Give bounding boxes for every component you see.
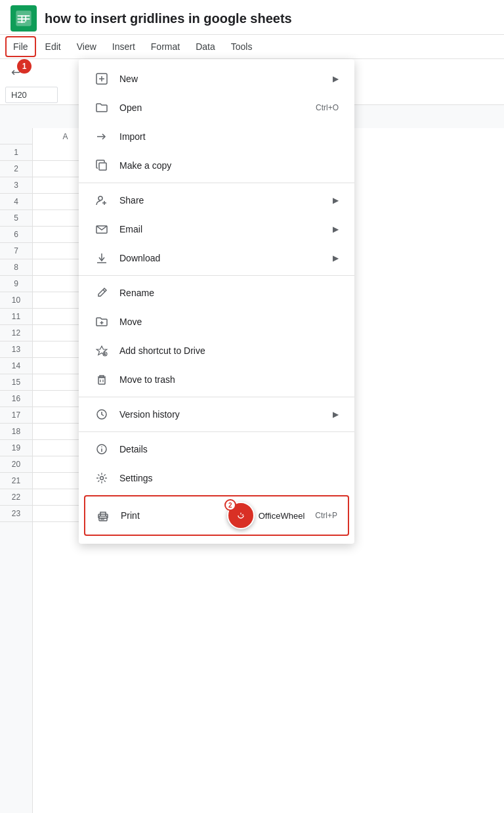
copy-icon	[94, 158, 109, 173]
step-badge-2: 2	[224, 499, 236, 511]
plus-square-icon	[94, 72, 109, 86]
menu-entry-import[interactable]: Import	[79, 122, 354, 151]
svg-rect-23	[98, 378, 105, 384]
row-headers: 1 2 3 4 5 6 7 8 9 10 11 12 13 14 15 16 1…	[0, 128, 33, 813]
version-history-arrow: ▶	[333, 410, 339, 419]
svg-point-11	[98, 196, 102, 200]
menu-item-data[interactable]: Data	[189, 37, 222, 56]
menu-bar: File Edit View Insert Format Data Tools	[0, 35, 504, 59]
file-dropdown-menu: New ▶ Open Ctrl+O Import Make a c	[79, 59, 354, 544]
arrow-right-icon	[94, 129, 109, 144]
row-header-3: 3	[0, 177, 32, 194]
details-label: Details	[119, 444, 339, 454]
divider-4	[79, 431, 354, 432]
menu-entry-move[interactable]: Move	[79, 307, 354, 336]
printer-icon	[96, 508, 110, 523]
download-icon	[94, 251, 109, 265]
svg-rect-4	[22, 15, 23, 23]
row-header-15: 15	[0, 374, 32, 391]
download-arrow: ▶	[333, 253, 339, 263]
email-arrow: ▶	[333, 225, 339, 234]
add-shortcut-label: Add shortcut to Drive	[119, 345, 339, 356]
open-label: Open	[119, 102, 305, 113]
svg-rect-1	[18, 15, 30, 16]
print-shortcut: Ctrl+P	[315, 511, 337, 520]
row-header-21: 21	[0, 473, 32, 489]
pencil-icon	[94, 286, 109, 300]
menu-item-insert[interactable]: Insert	[106, 37, 142, 56]
envelope-icon	[94, 222, 109, 236]
col-header-corner	[0, 128, 32, 144]
row-header-12: 12	[0, 325, 32, 341]
menu-entry-settings[interactable]: Settings	[79, 464, 354, 493]
svg-point-35	[236, 510, 246, 521]
gear-icon	[94, 471, 109, 485]
divider-1	[79, 183, 354, 183]
name-box[interactable]	[5, 87, 58, 103]
row-header-13: 13	[0, 341, 32, 358]
info-icon	[94, 442, 109, 456]
row-header-14: 14	[0, 358, 32, 374]
print-label: Print	[121, 510, 217, 521]
move-trash-label: Move to trash	[119, 374, 339, 385]
person-plus-icon	[94, 193, 109, 208]
row-header-6: 6	[0, 227, 32, 243]
row-header-11: 11	[0, 309, 32, 325]
menu-item-view[interactable]: View	[70, 37, 103, 56]
move-label: Move	[119, 317, 339, 327]
row-header-20: 20	[0, 456, 32, 473]
officewheel-label: OfficeWheel	[259, 511, 305, 521]
menu-entry-add-shortcut[interactable]: Add shortcut to Drive	[79, 336, 354, 365]
svg-rect-2	[18, 18, 30, 20]
menu-entry-email[interactable]: Email ▶	[79, 215, 354, 244]
menu-item-file[interactable]: File	[5, 36, 36, 57]
svg-line-17	[103, 290, 105, 292]
divider-2	[79, 275, 354, 276]
row-header-1: 1	[0, 144, 32, 161]
row-header-16: 16	[0, 391, 32, 407]
menu-entry-share[interactable]: Share ▶	[79, 186, 354, 215]
svg-rect-5	[25, 15, 26, 21]
menu-item-edit[interactable]: Edit	[39, 37, 68, 56]
menu-entry-print[interactable]: Print 2 OfficeWheel Ctrl+P	[84, 495, 349, 536]
row-header-22: 22	[0, 489, 32, 506]
menu-entry-download[interactable]: Download ▶	[79, 244, 354, 273]
row-header-10: 10	[0, 292, 32, 309]
row-header-4: 4	[0, 194, 32, 210]
title-bar: how to insert gridlines in google sheets	[0, 0, 504, 35]
menu-entry-move-trash[interactable]: Move to trash	[79, 365, 354, 394]
menu-entry-rename[interactable]: Rename	[79, 278, 354, 307]
email-label: Email	[119, 224, 322, 234]
officewheel-badge: 2 OfficeWheel	[227, 502, 305, 529]
undo-button[interactable]: ↩ 1	[5, 62, 26, 83]
step-badge-1: 1	[17, 59, 32, 74]
row-header-19: 19	[0, 440, 32, 456]
folder-plus-icon	[94, 315, 109, 329]
divider-3	[79, 397, 354, 397]
menu-item-tools[interactable]: Tools	[224, 37, 259, 56]
doc-title: how to insert gridlines in google sheets	[45, 11, 494, 26]
rename-label: Rename	[119, 288, 339, 298]
row-header-2: 2	[0, 161, 32, 177]
version-history-label: Version history	[119, 409, 322, 420]
folder-icon	[94, 100, 109, 115]
row-header-9: 9	[0, 276, 32, 292]
import-label: Import	[119, 131, 339, 142]
share-label: Share	[119, 195, 322, 206]
settings-label: Settings	[119, 473, 339, 483]
menu-entry-open[interactable]: Open Ctrl+O	[79, 93, 354, 122]
row-header-8: 8	[0, 259, 32, 276]
download-label: Download	[119, 253, 322, 263]
menu-item-format[interactable]: Format	[144, 37, 186, 56]
trash-icon	[94, 372, 109, 387]
svg-point-30	[100, 477, 104, 480]
svg-point-29	[101, 447, 102, 448]
menu-entry-version-history[interactable]: Version history ▶	[79, 400, 354, 429]
row-header-17: 17	[0, 407, 32, 424]
clock-icon	[94, 407, 109, 422]
row-header-23: 23	[0, 506, 32, 522]
menu-entry-details[interactable]: Details	[79, 435, 354, 464]
menu-entry-make-copy[interactable]: Make a copy	[79, 151, 354, 180]
drive-shortcut-icon	[94, 343, 109, 358]
menu-entry-new[interactable]: New ▶	[79, 64, 354, 93]
